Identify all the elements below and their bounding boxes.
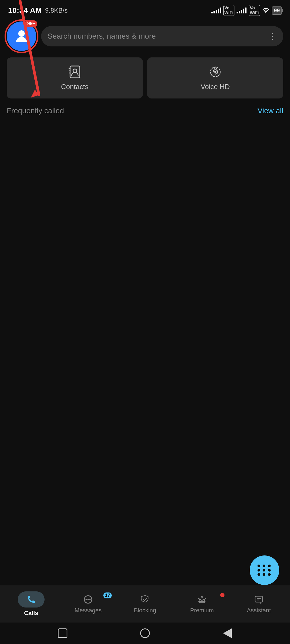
signal-icon-2 — [237, 8, 247, 13]
recents-button[interactable] — [56, 627, 69, 640]
svg-rect-3 — [70, 66, 80, 78]
main-content: 99+ Search numbers, names & more ⋮ — [0, 19, 290, 115]
messages-label: Messages — [75, 607, 102, 614]
back-icon — [223, 628, 232, 638]
bottom-navigation: Calls 17 Messages Blocking Premium — [0, 585, 290, 623]
svg-rect-17 — [255, 596, 263, 602]
back-button[interactable] — [221, 627, 234, 640]
voice-hd-icon — [208, 65, 222, 79]
premium-label: Premium — [190, 607, 214, 614]
vo-wifi-label: VoWiFi — [223, 5, 235, 16]
svg-point-11 — [86, 599, 87, 600]
svg-point-12 — [88, 599, 89, 600]
messages-icon — [83, 594, 93, 605]
overflow-menu-icon[interactable]: ⋮ — [268, 31, 277, 41]
home-button[interactable] — [138, 627, 152, 640]
dialpad-icon — [258, 565, 271, 576]
voice-hd-label: Voice HD — [201, 83, 230, 91]
vo-wifi-label-2: VoWiFi — [249, 5, 260, 16]
signal-icon — [211, 8, 221, 13]
nav-assistant[interactable]: Assistant — [230, 594, 287, 614]
blocking-icon — [140, 594, 150, 605]
system-nav-bar — [0, 623, 290, 644]
status-bar: 10:34 AM 9.8KB/s VoWiFi VoWiFi 99 — [0, 0, 290, 19]
battery-indicator: 99 — [272, 6, 282, 15]
assistant-label: Assistant — [247, 607, 271, 614]
quick-actions: Contacts Voice HD — [7, 57, 283, 98]
status-time: 10:34 AM — [8, 6, 42, 15]
calls-label: Calls — [24, 610, 38, 617]
assistant-icon — [253, 594, 264, 605]
nav-premium[interactable]: Premium — [173, 594, 230, 614]
frequently-called-section: Frequently called View all — [7, 107, 283, 115]
contacts-icon — [68, 65, 82, 79]
status-speed: 9.8KB/s — [45, 7, 68, 14]
svg-point-14 — [201, 597, 203, 598]
search-bar[interactable]: Search numbers, names & more ⋮ — [41, 26, 283, 46]
calls-icon — [26, 594, 37, 605]
view-all-button[interactable]: View all — [258, 107, 283, 115]
svg-point-9 — [214, 71, 216, 73]
voice-hd-button[interactable]: Voice HD — [147, 57, 283, 98]
frequently-called-title: Frequently called — [7, 107, 64, 115]
svg-line-15 — [198, 598, 199, 599]
status-icons: VoWiFi VoWiFi 99 — [211, 5, 282, 16]
contacts-button[interactable]: Contacts — [7, 57, 143, 98]
notification-badge: 99+ — [25, 20, 37, 27]
contacts-label: Contacts — [61, 83, 89, 91]
nav-blocking[interactable]: Blocking — [117, 594, 173, 614]
dialpad-fab-button[interactable] — [250, 555, 279, 585]
premium-icon — [197, 594, 207, 605]
nav-messages[interactable]: 17 Messages — [60, 594, 117, 614]
search-placeholder: Search numbers, names & more — [48, 32, 265, 41]
battery-level: 99 — [274, 8, 280, 14]
home-icon — [140, 628, 150, 638]
search-row: 99+ Search numbers, names & more ⋮ — [7, 21, 283, 51]
blocking-label: Blocking — [134, 607, 156, 614]
nav-calls[interactable]: Calls — [3, 591, 60, 617]
svg-line-16 — [205, 598, 206, 599]
recents-icon — [58, 628, 67, 638]
wifi-icon — [262, 8, 270, 13]
svg-point-13 — [89, 599, 91, 600]
premium-notification-dot — [220, 593, 224, 597]
messages-badge: 17 — [103, 592, 112, 598]
avatar-wrapper[interactable]: 99+ — [7, 21, 36, 51]
